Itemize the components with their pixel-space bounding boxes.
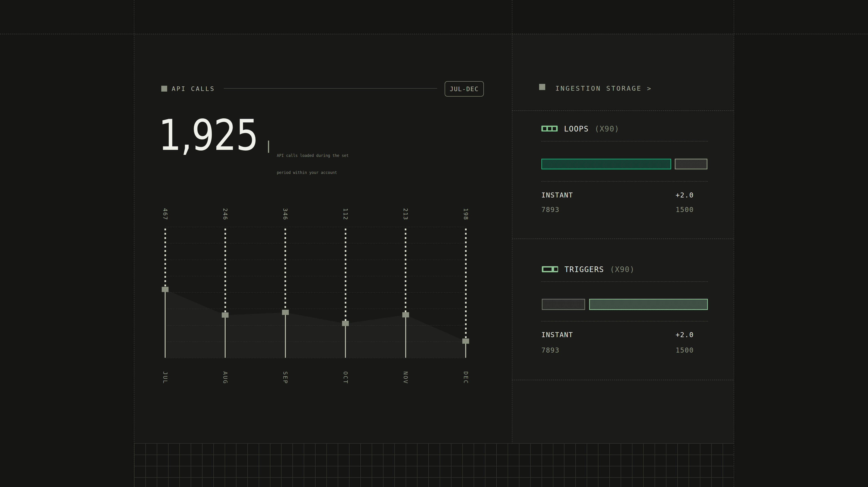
month-label: SEP <box>282 371 288 384</box>
grid-line-vertical <box>327 443 327 487</box>
section-divider <box>512 238 734 239</box>
inner-rule <box>541 181 708 181</box>
api-calls-title: API CALLS <box>172 85 215 92</box>
month-label: DEC <box>463 371 469 384</box>
value-label: 346 <box>282 208 288 220</box>
loops-bar-primary <box>541 159 671 169</box>
grid-line-vertical <box>372 443 372 487</box>
grid-line-vertical <box>168 443 168 487</box>
triggers-quota-limit: 1500 <box>676 346 694 354</box>
value-label: 467 <box>162 208 168 220</box>
grid-line-vertical <box>485 443 486 487</box>
inner-rule <box>541 281 708 282</box>
value-label: 112 <box>342 208 349 220</box>
triggers-bar-primary <box>589 299 708 310</box>
loops-instant-label: INSTANT <box>541 191 573 199</box>
grid-line-vertical <box>474 443 474 487</box>
solid-drop-line <box>285 315 286 358</box>
loops-title: LOOPS <box>564 124 589 133</box>
loops-instant-value: +2.0 <box>676 191 694 199</box>
dotted-drop-line <box>164 229 166 287</box>
grid-line-vertical <box>553 443 553 487</box>
bottom-grid-pattern <box>134 443 734 487</box>
loops-quota-row: 7893 1500 <box>541 206 708 213</box>
gridline <box>165 341 466 342</box>
grid-line-vertical <box>677 443 678 487</box>
dotted-drop-line <box>345 229 346 321</box>
data-point-marker <box>402 312 409 317</box>
grid-line-vertical <box>213 443 214 487</box>
grid-line-vertical <box>179 443 180 487</box>
loops-title-row: LOOPS (X90) <box>564 124 620 133</box>
grid-line-vertical <box>689 443 689 487</box>
grid-line-vertical <box>349 443 349 487</box>
loops-quota-limit: 1500 <box>676 206 694 213</box>
grid-line-vertical <box>394 443 395 487</box>
grid-line-horizontal <box>134 443 734 444</box>
grid-line-vertical <box>700 443 701 487</box>
description-line-2: period within your account <box>277 170 349 175</box>
date-range-button[interactable]: JUL-DEC <box>445 81 484 96</box>
data-point-marker <box>222 312 228 318</box>
api-calls-chart: 467JUL246AUG346SEP112OCT213NOV198DEC <box>165 204 466 385</box>
grid-line-vertical <box>315 443 315 487</box>
loops-usage-bars <box>541 159 707 169</box>
triggers-instant-row: INSTANT +2.0 <box>541 331 708 339</box>
grid-line-vertical <box>575 443 576 487</box>
grid-line-vertical <box>519 443 519 487</box>
month-label: NOV <box>402 371 409 384</box>
ingestion-storage-link[interactable]: INGESTION STORAGE > <box>555 85 652 92</box>
grid-line-vertical <box>361 443 361 487</box>
api-calls-description: API calls loaded during the set period w… <box>277 141 349 187</box>
grid-line-vertical <box>428 443 429 487</box>
description-line-1: API calls loaded during the set <box>277 153 349 159</box>
gridline <box>165 227 466 227</box>
grid-line-vertical <box>632 443 632 487</box>
data-point-marker <box>462 339 469 344</box>
value-label: 213 <box>402 208 409 220</box>
grid-line-vertical <box>292 443 293 487</box>
grid-line-vertical <box>338 443 338 487</box>
gridline <box>165 292 466 293</box>
triggers-instant-value: +2.0 <box>676 331 694 339</box>
grid-line-vertical <box>225 443 225 487</box>
grid-line-horizontal <box>134 455 734 455</box>
triggers-usage-bars <box>542 299 708 310</box>
grid-line-vertical <box>496 443 497 487</box>
grid-line-vertical <box>451 443 452 487</box>
gridline <box>165 358 466 358</box>
grid-line-vertical <box>655 443 655 487</box>
solid-drop-line <box>465 344 466 358</box>
triggers-instant-label: INSTANT <box>541 331 573 339</box>
month-label: AUG <box>222 371 228 384</box>
grid-line-vertical <box>507 443 508 487</box>
grid-line-horizontal <box>134 466 734 466</box>
section-divider <box>512 380 734 380</box>
grid-line-horizontal <box>134 477 734 478</box>
grid-line-vertical <box>666 443 666 487</box>
cartridge-icon <box>542 266 558 272</box>
grid-line-vertical <box>564 443 564 487</box>
data-point-marker <box>162 287 168 292</box>
triggers-bar-secondary <box>542 299 585 310</box>
grid-line-vertical <box>609 443 610 487</box>
grid-line-vertical <box>202 443 203 487</box>
grid-line-vertical <box>587 443 587 487</box>
grid-line-vertical <box>541 443 542 487</box>
dashboard-root: API CALLS JUL-DEC 1,925 API calls loaded… <box>0 0 868 487</box>
data-point-marker <box>342 321 349 326</box>
grid-line-vertical <box>530 443 531 487</box>
grid-line-vertical <box>134 443 134 487</box>
grid-line-vertical <box>621 443 621 487</box>
dotted-drop-line <box>465 229 467 339</box>
grid-line-vertical <box>417 443 417 487</box>
grid-line-vertical <box>146 443 146 487</box>
api-calls-bullet-icon <box>161 86 167 92</box>
solid-drop-line <box>345 326 346 358</box>
triggers-quota-used: 7893 <box>541 346 559 354</box>
grid-line-vertical <box>711 443 712 487</box>
inner-rule <box>541 321 708 321</box>
vertical-rule-left <box>134 0 134 487</box>
solid-drop-line <box>165 292 165 358</box>
gridline <box>165 260 466 260</box>
